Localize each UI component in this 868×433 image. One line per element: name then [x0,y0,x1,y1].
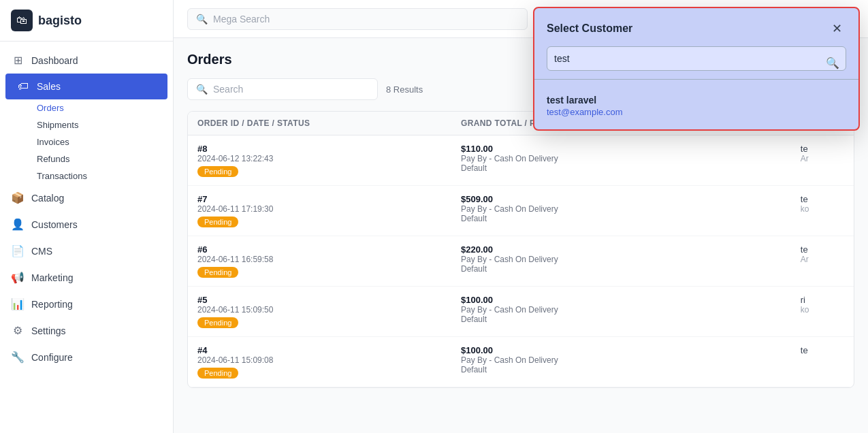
modal-search-icon: 🔍 [826,57,839,69]
pay-method: Pay By - Cash On Delivery [461,154,782,163]
sidebar-item-reporting[interactable]: 📊 Reporting [0,291,173,317]
orders-table: Order ID / Date / Status Grand Total / P… [188,112,854,387]
sidebar-item-label: CMS [31,246,52,257]
order-date: 2024-06-11 16:59:58 [197,255,442,264]
marketing-icon: 📢 [11,271,25,284]
order-amount: $100.00 [461,295,782,305]
configure-icon: 🔧 [11,351,25,364]
customers-icon: 👤 [11,218,25,231]
sidebar-item-label: Catalog [31,193,64,204]
sidebar-item-label: Dashboard [31,55,78,66]
table-row[interactable]: #8 2024-06-12 13:22:43 Pending $110.00 P… [188,135,854,186]
sales-icon: 🏷 [16,80,30,93]
customer-search-input[interactable] [547,46,846,71]
modal-search-wrap: 🔍 [534,46,858,79]
orders-search-bar[interactable]: 🔍 Search [187,78,378,100]
sidebar-item-label: Configure [31,352,73,363]
mega-search-bar[interactable]: 🔍 Mega Search [187,8,528,30]
col-order-id: Order ID / Date / Status [188,112,451,135]
customer-email: test@example.com [547,107,846,117]
table-row[interactable]: #6 2024-06-11 16:59:58 Pending $220.00 P… [188,236,854,287]
sidebar-subitem-orders[interactable]: Orders [31,99,173,116]
sidebar-item-sales[interactable]: 🏷 Sales [5,74,167,99]
pay-method: Pay By - Cash On Delivery [461,355,782,365]
order-id: #4 [197,345,442,355]
order-id: #6 [197,244,442,255]
order-amount: $110.00 [461,144,782,154]
order-amount: $509.00 [461,194,782,204]
select-customer-modal: Select Customer ✕ 🔍 test laravel test@ex… [533,7,860,131]
customer-extra: Ar [801,154,844,163]
customer-name-short: ri [801,295,844,305]
customer-name-short: te [801,194,844,204]
sidebar-item-label: Sales [37,81,61,92]
sidebar-subitem-shipments[interactable]: Shipments [31,116,173,133]
orders-tbody: #8 2024-06-12 13:22:43 Pending $110.00 P… [188,135,854,387]
sidebar-item-settings[interactable]: ⚙ Settings [0,317,173,344]
sidebar-item-label: Marketing [31,272,73,283]
customer-extra: ko [801,305,844,315]
status-badge: Pending [197,216,238,227]
customer-extra: Ar [801,255,844,264]
sidebar-item-marketing[interactable]: 📢 Marketing [0,264,173,291]
reporting-icon: 📊 [11,298,25,310]
sidebar-nav: ⊞ Dashboard 🏷 Sales Orders Shipments Inv… [0,42,173,433]
channel: Default [461,315,782,324]
sidebar-subitem-invoices[interactable]: Invoices [31,133,173,150]
sidebar: 🛍 bagisto ⊞ Dashboard 🏷 Sales Orders Shi… [0,0,174,433]
sidebar-item-catalog[interactable]: 📦 Catalog [0,185,173,211]
modal-header: Select Customer ✕ [534,8,858,46]
order-date: 2024-06-11 15:09:08 [197,355,442,365]
catalog-icon: 📦 [11,191,25,204]
customer-result-item[interactable]: test laravel test@example.com [534,85,858,129]
order-date: 2024-06-12 13:22:43 [197,154,442,163]
sidebar-logo: 🛍 bagisto [0,0,173,42]
order-date: 2024-06-11 15:09:50 [197,305,442,315]
channel: Default [461,163,782,173]
cms-icon: 📄 [11,244,25,257]
table-row[interactable]: #4 2024-06-11 15:09:08 Pending $100.00 P… [188,337,854,387]
table-row[interactable]: #5 2024-06-11 15:09:50 Pending $100.00 P… [188,287,854,337]
sidebar-item-cms[interactable]: 📄 CMS [0,238,173,264]
channel: Default [461,214,782,223]
customer-name-short: te [801,144,844,154]
customer-extra: ko [801,204,844,214]
order-date: 2024-06-11 17:19:30 [197,204,442,214]
sidebar-item-configure[interactable]: 🔧 Configure [0,344,173,370]
settings-icon: ⚙ [11,324,25,337]
sidebar-subitem-refunds[interactable]: Refunds [31,150,173,167]
status-badge: Pending [197,267,238,278]
mega-search-placeholder: Mega Search [213,14,270,25]
customer-name-short: te [801,244,844,255]
pay-method: Pay By - Cash On Delivery [461,255,782,264]
modal-close-button[interactable]: ✕ [827,19,846,38]
pay-method: Pay By - Cash On Delivery [461,305,782,315]
search-icon: 🔍 [196,84,208,95]
results-count: 8 Results [386,84,423,95]
search-placeholder: Search [213,84,243,95]
order-id: #7 [197,194,442,204]
table-row[interactable]: #7 2024-06-11 17:19:30 Pending $509.00 P… [188,186,854,236]
order-id: #5 [197,295,442,305]
order-amount: $100.00 [461,345,782,355]
customer-name: test laravel [547,95,846,106]
dashboard-icon: ⊞ [11,54,25,67]
order-amount: $220.00 [461,244,782,255]
orders-table-wrap: Order ID / Date / Status Grand Total / P… [187,111,854,388]
sidebar-subitem-transactions[interactable]: Transactions [31,167,173,185]
channel: Default [461,365,782,374]
sidebar-item-label: Reporting [31,299,73,310]
logo-text: bagisto [38,14,82,28]
customer-name-short: te [801,345,844,355]
sidebar-item-customers[interactable]: 👤 Customers [0,211,173,238]
status-badge: Pending [197,166,238,177]
sidebar-item-dashboard[interactable]: ⊞ Dashboard [0,47,173,74]
channel: Default [461,264,782,274]
sub-nav-sales: Orders Shipments Invoices Refunds Transa… [0,99,173,185]
logo-icon: 🛍 [11,10,33,31]
modal-title: Select Customer [547,22,632,35]
sidebar-item-label: Settings [31,325,66,336]
order-id: #8 [197,144,442,154]
status-badge: Pending [197,317,238,328]
pay-method: Pay By - Cash On Delivery [461,204,782,214]
